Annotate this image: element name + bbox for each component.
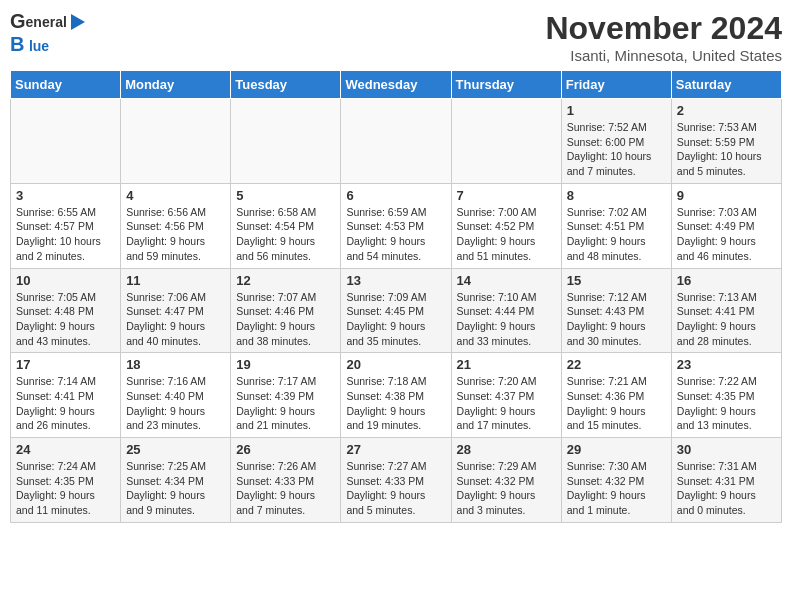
calendar-cell: 27Sunrise: 7:27 AM Sunset: 4:33 PM Dayli… [341,438,451,523]
day-info: Sunrise: 7:53 AM Sunset: 5:59 PM Dayligh… [677,120,776,179]
calendar-cell: 22Sunrise: 7:21 AM Sunset: 4:36 PM Dayli… [561,353,671,438]
calendar-cell: 12Sunrise: 7:07 AM Sunset: 4:46 PM Dayli… [231,268,341,353]
page-header: G eneral B lue November 2024 Isanti, Min… [10,10,782,64]
day-number: 28 [457,442,556,457]
calendar-cell: 25Sunrise: 7:25 AM Sunset: 4:34 PM Dayli… [121,438,231,523]
weekday-header-saturday: Saturday [671,71,781,99]
day-info: Sunrise: 7:18 AM Sunset: 4:38 PM Dayligh… [346,374,445,433]
svg-marker-0 [71,14,85,30]
day-number: 18 [126,357,225,372]
weekday-header-monday: Monday [121,71,231,99]
calendar-cell [11,99,121,184]
calendar-week-4: 17Sunrise: 7:14 AM Sunset: 4:41 PM Dayli… [11,353,782,438]
calendar-cell [451,99,561,184]
day-number: 10 [16,273,115,288]
calendar-week-1: 1Sunrise: 7:52 AM Sunset: 6:00 PM Daylig… [11,99,782,184]
calendar-cell: 9Sunrise: 7:03 AM Sunset: 4:49 PM Daylig… [671,183,781,268]
title-area: November 2024 Isanti, Minnesota, United … [545,10,782,64]
logo-g: G [10,10,26,33]
day-number: 3 [16,188,115,203]
day-info: Sunrise: 7:12 AM Sunset: 4:43 PM Dayligh… [567,290,666,349]
day-info: Sunrise: 7:20 AM Sunset: 4:37 PM Dayligh… [457,374,556,433]
calendar-cell: 24Sunrise: 7:24 AM Sunset: 4:35 PM Dayli… [11,438,121,523]
weekday-header-sunday: Sunday [11,71,121,99]
calendar-cell: 15Sunrise: 7:12 AM Sunset: 4:43 PM Dayli… [561,268,671,353]
calendar-cell: 19Sunrise: 7:17 AM Sunset: 4:39 PM Dayli… [231,353,341,438]
calendar-cell: 30Sunrise: 7:31 AM Sunset: 4:31 PM Dayli… [671,438,781,523]
calendar-cell [231,99,341,184]
calendar-cell: 28Sunrise: 7:29 AM Sunset: 4:32 PM Dayli… [451,438,561,523]
day-number: 26 [236,442,335,457]
day-number: 4 [126,188,225,203]
day-info: Sunrise: 7:07 AM Sunset: 4:46 PM Dayligh… [236,290,335,349]
day-info: Sunrise: 7:52 AM Sunset: 6:00 PM Dayligh… [567,120,666,179]
day-info: Sunrise: 6:58 AM Sunset: 4:54 PM Dayligh… [236,205,335,264]
weekday-header-row: SundayMondayTuesdayWednesdayThursdayFrid… [11,71,782,99]
day-info: Sunrise: 6:59 AM Sunset: 4:53 PM Dayligh… [346,205,445,264]
day-number: 6 [346,188,445,203]
day-info: Sunrise: 7:16 AM Sunset: 4:40 PM Dayligh… [126,374,225,433]
day-info: Sunrise: 7:03 AM Sunset: 4:49 PM Dayligh… [677,205,776,264]
calendar-cell: 7Sunrise: 7:00 AM Sunset: 4:52 PM Daylig… [451,183,561,268]
logo-arrow-icon [69,12,87,32]
calendar-week-5: 24Sunrise: 7:24 AM Sunset: 4:35 PM Dayli… [11,438,782,523]
calendar-cell: 5Sunrise: 6:58 AM Sunset: 4:54 PM Daylig… [231,183,341,268]
weekday-header-thursday: Thursday [451,71,561,99]
calendar-body: 1Sunrise: 7:52 AM Sunset: 6:00 PM Daylig… [11,99,782,523]
day-info: Sunrise: 7:30 AM Sunset: 4:32 PM Dayligh… [567,459,666,518]
calendar-cell: 18Sunrise: 7:16 AM Sunset: 4:40 PM Dayli… [121,353,231,438]
day-info: Sunrise: 7:05 AM Sunset: 4:48 PM Dayligh… [16,290,115,349]
day-number: 17 [16,357,115,372]
day-info: Sunrise: 6:55 AM Sunset: 4:57 PM Dayligh… [16,205,115,264]
calendar-cell: 3Sunrise: 6:55 AM Sunset: 4:57 PM Daylig… [11,183,121,268]
calendar-cell [341,99,451,184]
calendar-table: SundayMondayTuesdayWednesdayThursdayFrid… [10,70,782,523]
day-info: Sunrise: 7:31 AM Sunset: 4:31 PM Dayligh… [677,459,776,518]
calendar-cell: 8Sunrise: 7:02 AM Sunset: 4:51 PM Daylig… [561,183,671,268]
calendar-cell: 26Sunrise: 7:26 AM Sunset: 4:33 PM Dayli… [231,438,341,523]
logo-b: B [10,33,24,55]
calendar-week-2: 3Sunrise: 6:55 AM Sunset: 4:57 PM Daylig… [11,183,782,268]
calendar-cell: 6Sunrise: 6:59 AM Sunset: 4:53 PM Daylig… [341,183,451,268]
day-info: Sunrise: 7:25 AM Sunset: 4:34 PM Dayligh… [126,459,225,518]
weekday-header-tuesday: Tuesday [231,71,341,99]
day-info: Sunrise: 6:56 AM Sunset: 4:56 PM Dayligh… [126,205,225,264]
calendar-cell: 1Sunrise: 7:52 AM Sunset: 6:00 PM Daylig… [561,99,671,184]
day-number: 20 [346,357,445,372]
day-number: 9 [677,188,776,203]
calendar-cell: 11Sunrise: 7:06 AM Sunset: 4:47 PM Dayli… [121,268,231,353]
day-info: Sunrise: 7:22 AM Sunset: 4:35 PM Dayligh… [677,374,776,433]
day-number: 8 [567,188,666,203]
calendar-cell [121,99,231,184]
day-number: 21 [457,357,556,372]
day-number: 2 [677,103,776,118]
day-number: 22 [567,357,666,372]
day-number: 24 [16,442,115,457]
day-info: Sunrise: 7:00 AM Sunset: 4:52 PM Dayligh… [457,205,556,264]
calendar-cell: 21Sunrise: 7:20 AM Sunset: 4:37 PM Dayli… [451,353,561,438]
calendar-cell: 2Sunrise: 7:53 AM Sunset: 5:59 PM Daylig… [671,99,781,184]
day-info: Sunrise: 7:13 AM Sunset: 4:41 PM Dayligh… [677,290,776,349]
day-number: 12 [236,273,335,288]
day-info: Sunrise: 7:26 AM Sunset: 4:33 PM Dayligh… [236,459,335,518]
calendar-cell: 4Sunrise: 6:56 AM Sunset: 4:56 PM Daylig… [121,183,231,268]
logo-eneral: eneral [26,14,67,30]
day-number: 7 [457,188,556,203]
day-number: 13 [346,273,445,288]
calendar-cell: 16Sunrise: 7:13 AM Sunset: 4:41 PM Dayli… [671,268,781,353]
day-number: 27 [346,442,445,457]
calendar-cell: 10Sunrise: 7:05 AM Sunset: 4:48 PM Dayli… [11,268,121,353]
calendar-cell: 17Sunrise: 7:14 AM Sunset: 4:41 PM Dayli… [11,353,121,438]
day-number: 1 [567,103,666,118]
day-number: 5 [236,188,335,203]
day-number: 11 [126,273,225,288]
weekday-header-wednesday: Wednesday [341,71,451,99]
day-info: Sunrise: 7:14 AM Sunset: 4:41 PM Dayligh… [16,374,115,433]
day-info: Sunrise: 7:29 AM Sunset: 4:32 PM Dayligh… [457,459,556,518]
day-number: 16 [677,273,776,288]
weekday-header-friday: Friday [561,71,671,99]
day-number: 30 [677,442,776,457]
day-number: 19 [236,357,335,372]
calendar-cell: 29Sunrise: 7:30 AM Sunset: 4:32 PM Dayli… [561,438,671,523]
day-info: Sunrise: 7:02 AM Sunset: 4:51 PM Dayligh… [567,205,666,264]
